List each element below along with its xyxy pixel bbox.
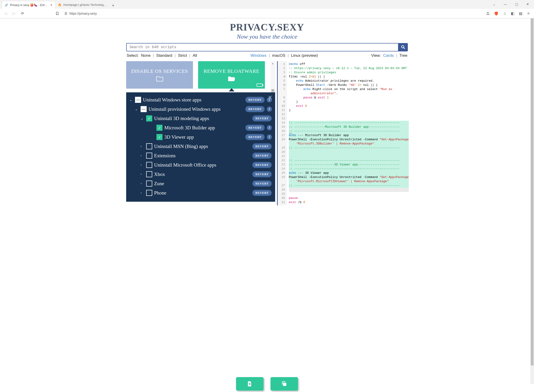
scroll-up-icon[interactable]: ▲ [270,61,275,65]
info-icon[interactable]: i [267,107,272,112]
chevron-right-icon[interactable]: › [141,172,144,176]
revert-button[interactable]: REVERT [245,106,265,112]
tree-label[interactable]: Zune [154,181,250,187]
new-tab-button[interactable]: + [110,2,116,9]
select-label: Select: [127,53,139,58]
view-filter-group: View: Cards | Tree [371,53,407,58]
scroll-down-icon[interactable]: ▼ [270,88,275,92]
sidebar-button[interactable]: ◧ [509,10,516,17]
reader-button[interactable]: ▤ [517,10,524,17]
select-all[interactable]: All [193,53,197,58]
card-remove-bloatware[interactable]: REMOVE BLOATWARE [198,61,265,89]
chevron-right-icon[interactable]: › [141,145,144,148]
tree-label[interactable]: Phone [154,190,250,196]
share-button[interactable] [484,10,492,17]
browser-tab-active[interactable]: 🔗 Privacy is sexy 🍑🍆 - Enforce pri × [2,1,55,9]
os-linux[interactable]: Linux (preview) [291,53,318,58]
tree-checkbox[interactable] [146,153,152,159]
card-title: REMOVE BLOATWARE [204,68,260,74]
os-windows[interactable]: Windows [250,53,267,58]
card-disable-os-services[interactable]: DISABLE OS SERVICES [126,61,193,89]
cards-scrollbar[interactable]: ▲ ▼ [270,61,275,92]
bookmark-button[interactable] [53,10,61,17]
filter-bar: Select: None | Standard | Strict | All W… [126,53,408,58]
chevron-right-icon[interactable]: › [141,182,144,185]
select-none[interactable]: None [141,53,151,58]
tree-label[interactable]: 3D Viewer app [164,134,243,140]
reload-button[interactable]: ⟳ [19,10,26,17]
code-lines[interactable]: @echo off:: https://privacy.sexy — v0.12… [287,61,411,205]
tree-checkbox[interactable]: ✓ [156,134,162,140]
chevron-down-icon[interactable]: ⌄ [141,117,144,121]
tree-label[interactable]: Uninstall Windows store apps [143,97,243,103]
action-buttons [236,377,298,384]
tree-checkbox[interactable]: — [141,106,147,112]
tab-favicon-icon: 🔥 [58,3,61,7]
chevron-right-icon[interactable]: › [141,191,144,195]
copy-button[interactable] [270,377,298,384]
tree-node: ›Uninstall MSN (Bing) appsREVERT [128,142,273,151]
download-button[interactable] [236,377,264,384]
page-viewport: PRIVACY.SEXY Now you have the choice Sel… [0,18,534,384]
select-strict[interactable]: Strict [178,53,187,58]
tree-checkbox[interactable]: ✓ [146,115,152,121]
revert-button[interactable]: REVERT [252,115,272,122]
revert-button[interactable]: REVERT [245,134,265,140]
search-button[interactable] [398,43,408,51]
tab-close-icon[interactable]: × [50,3,53,7]
menu-button[interactable]: ≡ [525,10,532,17]
code-gutter: 1234567891011121314151617181920212223242… [278,61,287,205]
tree-node: ›ExtensionsREVERT [128,151,273,160]
tab-bar: 🔗 Privacy is sexy 🍑🍆 - Enforce pri × 🔥 H… [0,0,534,9]
revert-button[interactable]: REVERT [252,190,272,196]
site-tagline: Now you have the choice [126,33,408,40]
back-button[interactable]: ◁ [2,10,9,17]
tree-label[interactable]: Uninstall Microsoft Office apps [154,162,250,168]
tree-label[interactable]: Uninstall 3D modeling apps [154,116,250,121]
tree-checkbox[interactable] [146,171,152,177]
browser-toolbar: ◁ ▷ ⟳ https://privacy.sexy ♫ ◧ ▤ ≡ [0,9,534,18]
info-icon[interactable]: i [267,125,272,130]
tree-checkbox[interactable]: ✓ [156,125,162,131]
media-button[interactable]: ♫ [501,10,508,17]
brave-shield-icon[interactable] [492,10,500,17]
revert-button[interactable]: REVERT [252,162,272,168]
chevron-right-icon[interactable]: › [141,154,144,158]
tab-title: Homepage | gHacks Technology News [63,3,107,6]
split-handle-icon[interactable]: ↔ [288,131,293,136]
revert-button[interactable]: REVERT [252,152,272,159]
revert-button[interactable]: REVERT [252,143,272,149]
revert-button[interactable]: REVERT [252,171,272,177]
chevron-right-icon[interactable]: › [141,163,144,167]
tree-checkbox[interactable] [146,190,152,196]
tree-checkbox[interactable] [146,162,152,168]
select-standard[interactable]: Standard [156,53,172,58]
browser-tab-inactive[interactable]: 🔥 Homepage | gHacks Technology News [55,1,109,9]
os-macos[interactable]: macOS [272,53,285,58]
page-scrollbar[interactable] [530,18,534,384]
tree-checkbox[interactable]: — [135,97,141,103]
tree-label[interactable]: Uninstall provisioned Windows apps [148,106,243,112]
tree-label[interactable]: Xbox [154,172,250,177]
info-icon[interactable]: i [267,135,272,140]
tree-checkbox[interactable] [146,181,152,187]
tree-label[interactable]: Uninstall MSN (Bing) apps [154,144,250,149]
view-tree[interactable]: Tree [399,53,407,58]
tree-close-icon[interactable]: ✕ [268,94,272,101]
left-pane: DISABLE OS SERVICES REMOVE BLOATWARE [126,61,275,205]
revert-button[interactable]: REVERT [245,125,265,131]
chevron-down-icon[interactable]: ⌄ [135,107,139,111]
tree-label[interactable]: Microsoft 3D Builder app [164,125,243,131]
right-pane: 1234567891011121314151617181920212223242… [277,61,411,205]
revert-button[interactable]: REVERT [245,97,265,103]
forward-button[interactable]: ▷ [10,10,18,17]
chevron-down-icon[interactable]: ⌄ [129,98,133,102]
revert-button[interactable]: REVERT [252,180,272,187]
tree-panel: ✕ ⌄—Uninstall Windows store appsREVERTi⌄… [126,92,275,202]
search-input[interactable] [126,43,398,51]
code-panel[interactable]: 1234567891011121314151617181920212223242… [277,61,411,205]
url-bar[interactable]: https://privacy.sexy [62,10,483,17]
view-cards[interactable]: Cards [383,53,394,58]
tree-checkbox[interactable] [146,143,152,149]
tree-label[interactable]: Extensions [154,153,250,159]
